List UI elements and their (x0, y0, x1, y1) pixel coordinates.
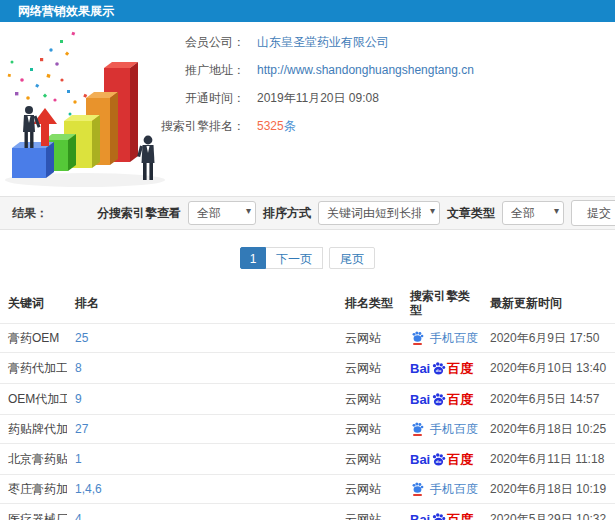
rank-unit: 条 (284, 119, 296, 133)
table-header-row: 关键词 排名 排名类型 搜索引擎类型 最新更新时间 (0, 283, 615, 324)
businessman-left (23, 106, 41, 148)
engine-type-cell: Bai du 百度 (402, 504, 482, 520)
submit-button[interactable]: 提交 (571, 200, 615, 226)
mobile-baidu-badge: 手机百度 (410, 482, 478, 496)
engine-rank-value: 5325条 (257, 118, 296, 135)
mobile-baidu-badge: 手机百度 (410, 331, 478, 345)
keyword-cell: 医疗器械厂家 (0, 504, 67, 520)
engine-type-cell: Bai du 百度 (402, 384, 482, 415)
engine-type-cell: 手机百度 (402, 324, 482, 353)
mobile-baidu-badge: 手机百度 (410, 422, 478, 436)
table-row: 枣庄膏药加工 1,4,6 云网站 手机百度 (0, 475, 615, 504)
engine-rank-row: 搜索引擎排名： 5325条 (150, 112, 474, 140)
table-row: OEM代加工 9 云网站 (0, 384, 615, 415)
col-engine-type: 搜索引擎类型 (402, 283, 482, 324)
open-time-row: 开通时间： 2019年11月20日 09:08 (150, 84, 474, 112)
updated-time-cell: 2020年6月5日 14:57 (482, 384, 615, 415)
rank-type-cell: 云网站 (337, 475, 402, 504)
engine-type-cell: Bai du 百度 (402, 353, 482, 384)
company-info-section: 会员公司： 山东皇圣堂药业有限公司 推广地址： http://www.shand… (0, 22, 615, 196)
rank-link[interactable]: 4 (67, 504, 337, 520)
baidu-logo-badge: Bai du 百度 (410, 511, 473, 520)
promo-url-link[interactable]: http://www.shandonghuangshengtang.cn (257, 63, 474, 77)
baidu-logo-badge: Bai du 百度 (410, 451, 473, 467)
baidu-paw-icon: du (431, 393, 446, 409)
rank-link[interactable]: 9 (67, 384, 337, 415)
page-current[interactable]: 1 (240, 247, 266, 269)
updated-time-cell: 2020年6月18日 10:25 (482, 415, 615, 444)
baidu-paw-icon: du (431, 362, 446, 378)
svg-text:du: du (436, 399, 442, 404)
page-last-button[interactable]: 尾页 (329, 247, 375, 269)
rank-link[interactable]: 1,4,6 (67, 475, 337, 504)
rank-count: 5325 (257, 119, 284, 133)
table-row: 膏药OEM 25 云网站 手机百度 (0, 324, 615, 353)
article-type-select[interactable]: 全部 (502, 201, 564, 225)
col-keyword: 关键词 (0, 283, 67, 324)
rank-link[interactable]: 27 (67, 415, 337, 444)
engine-filter-select[interactable]: 全部 (188, 201, 256, 225)
article-type-label: 文章类型 (447, 205, 495, 222)
svg-text:du: du (436, 459, 442, 464)
promo-url-row: 推广地址： http://www.shandonghuangshengtang.… (150, 56, 474, 84)
mobile-baidu-icon (410, 331, 425, 345)
keyword-cell: 药贴牌代加工 (0, 415, 67, 444)
col-rank: 排名 (67, 283, 337, 324)
company-info-list: 会员公司： 山东皇圣堂药业有限公司 推广地址： http://www.shand… (150, 28, 474, 140)
baidu-logo-badge: Bai du 百度 (410, 391, 473, 407)
rank-type-cell: 云网站 (337, 444, 402, 475)
updated-time-cell: 2020年6月10日 13:40 (482, 353, 615, 384)
table-row: 北京膏药贴牌 1 云网站 (0, 444, 615, 475)
engine-rank-label: 搜索引擎排名： (150, 118, 245, 135)
pagination: 1 下一页 尾页 (0, 247, 615, 271)
result-label: 结果： (12, 205, 48, 222)
sort-filter-label: 排序方式 (263, 205, 311, 222)
mobile-baidu-icon (410, 482, 425, 496)
page-next-button[interactable]: 下一页 (266, 247, 323, 269)
keyword-cell: 膏药OEM (0, 324, 67, 353)
keyword-cell: 膏药代加工 (0, 353, 67, 384)
promo-url-label: 推广地址： (150, 62, 245, 79)
rank-link[interactable]: 25 (67, 324, 337, 353)
mobile-baidu-icon (410, 422, 425, 436)
updated-time-cell: 2020年6月11日 11:18 (482, 444, 615, 475)
col-rank-type: 排名类型 (337, 283, 402, 324)
filter-controls: 分搜索引擎查看 全部 排序方式 关键词由短到长排序 文章类型 全部 提交 (97, 200, 603, 226)
member-company-row: 会员公司： 山东皇圣堂药业有限公司 (150, 28, 474, 56)
svg-text:du: du (436, 368, 442, 373)
table-row: 药贴牌代加工 27 云网站 手机百度 (0, 415, 615, 444)
updated-time-cell: 2020年6月18日 10:19 (482, 475, 615, 504)
keyword-ranking-table: 关键词 排名 排名类型 搜索引擎类型 最新更新时间 膏药OEM 25 云网站 (0, 283, 615, 520)
member-company-link[interactable]: 山东皇圣堂药业有限公司 (257, 34, 389, 51)
rank-link[interactable]: 1 (67, 444, 337, 475)
rank-link[interactable]: 8 (67, 353, 337, 384)
keyword-cell: OEM代加工 (0, 384, 67, 415)
engine-filter-label: 分搜索引擎查看 (97, 205, 181, 222)
page-title: 网络营销效果展示 (18, 4, 114, 18)
window-title-bar: 网络营销效果展示 (0, 0, 615, 22)
rank-type-cell: 云网站 (337, 353, 402, 384)
updated-time-cell: 2020年5月29日 10:32 (482, 504, 615, 520)
engine-type-cell: 手机百度 (402, 475, 482, 504)
filter-bar: 结果： 分搜索引擎查看 全部 排序方式 关键词由短到长排序 文章类型 全部 提交 (0, 196, 615, 230)
engine-type-cell: 手机百度 (402, 415, 482, 444)
keyword-cell: 枣庄膏药加工 (0, 475, 67, 504)
table-row: 膏药代加工 8 云网站 (0, 353, 615, 384)
engine-type-cell: Bai du 百度 (402, 444, 482, 475)
baidu-logo-badge: Bai du 百度 (410, 360, 473, 376)
rank-type-cell: 云网站 (337, 384, 402, 415)
table-row: 医疗器械厂家 4 云网站 (0, 504, 615, 520)
baidu-paw-icon: du (431, 513, 446, 520)
rank-type-cell: 云网站 (337, 324, 402, 353)
businessman-right (137, 136, 154, 180)
updated-time-cell: 2020年6月9日 17:50 (482, 324, 615, 353)
baidu-paw-icon: du (431, 453, 446, 469)
open-time-label: 开通时间： (150, 90, 245, 107)
keyword-cell: 北京膏药贴牌 (0, 444, 67, 475)
col-updated: 最新更新时间 (482, 283, 615, 324)
open-time-value: 2019年11月20日 09:08 (257, 90, 379, 107)
rank-type-cell: 云网站 (337, 415, 402, 444)
rank-type-cell: 云网站 (337, 504, 402, 520)
sort-filter-select[interactable]: 关键词由短到长排序 (318, 201, 440, 225)
member-company-label: 会员公司： (150, 34, 245, 51)
